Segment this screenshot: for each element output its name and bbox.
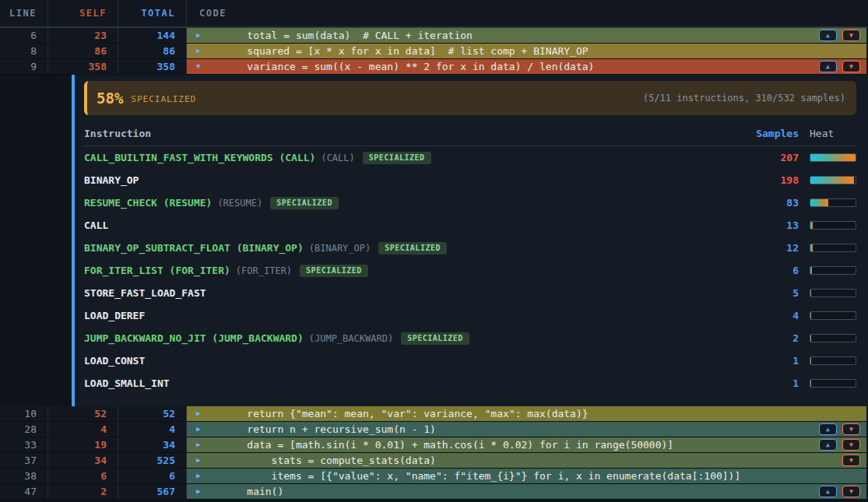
code-cell[interactable]: ▶ main()▲▼: [187, 484, 866, 499]
specialization-banner: 58% SPECIALIZED (5/11 instructions, 310/…: [84, 81, 856, 115]
self-samples: 6: [48, 469, 118, 483]
instruction-samples: 207: [713, 152, 799, 163]
collapse-expander-icon[interactable]: ▼: [196, 63, 200, 70]
code-rows-top: 623144▶ total = sum(data) # CALL + itera…: [0, 28, 868, 75]
instruction-heat-cell: [799, 356, 856, 365]
row-nav-buttons: ▲▼: [819, 439, 860, 451]
instruction-heat-cell: [799, 289, 856, 297]
instruction-row: LOAD_CONST1: [84, 349, 856, 372]
total-samples: 52: [118, 406, 187, 421]
code-cell[interactable]: ▶ items = [{"value": x, "name": f"item_{…: [187, 469, 866, 483]
instruction-row: FOR_ITER_LIST (FOR_ITER)(FOR_ITER)SPECIA…: [84, 259, 856, 282]
specialized-badge: SPECIALIZED: [363, 152, 431, 164]
expand-expander-icon[interactable]: ▶: [196, 457, 200, 464]
jump-down-button[interactable]: ▼: [842, 423, 860, 435]
code-cell[interactable]: ▶ return n + recursive_sum(n - 1)▲▼: [187, 422, 866, 437]
heat-bar-fill: [810, 244, 813, 251]
instruction-name-cell: FOR_ITER_LIST (FOR_ITER)(FOR_ITER)SPECIA…: [84, 265, 713, 277]
code-cell[interactable]: ▶ squared = [x * x for x in data] # list…: [187, 44, 866, 58]
code-rows-bottom: 105252▶ return {"mean": mean, "var": var…: [0, 406, 868, 500]
jump-up-button[interactable]: ▲: [819, 423, 837, 435]
instruction-name-cell: BINARY_OP: [84, 174, 713, 186]
instruction-name: JUMP_BACKWARD_NO_JIT (JUMP_BACKWARD): [84, 332, 304, 344]
jump-down-button[interactable]: ▼: [842, 486, 860, 497]
jump-down-button[interactable]: ▼: [842, 61, 860, 72]
expand-expander-icon[interactable]: ▶: [196, 47, 200, 54]
expand-expander-icon[interactable]: ▶: [196, 32, 200, 39]
instruction-samples: 6: [713, 265, 799, 276]
instruction-name-cell: CALL: [84, 219, 713, 231]
expand-expander-icon[interactable]: ▶: [196, 472, 200, 479]
code-cell[interactable]: ▶ data = [math.sin(i * 0.01) + math.cos(…: [187, 437, 866, 452]
heat-bar-track: [810, 379, 856, 388]
total-samples: 567: [118, 484, 187, 499]
expand-expander-icon[interactable]: ▶: [196, 488, 200, 495]
code-cell[interactable]: ▶ total = sum(data) # CALL + iteration▲▼: [187, 28, 866, 43]
heat-bar-fill: [810, 335, 811, 342]
jump-down-button[interactable]: ▼: [842, 455, 860, 466]
instruction-row: CALL13: [84, 214, 856, 237]
jump-up-button[interactable]: ▲: [819, 61, 837, 72]
column-header-self: SELF: [48, 0, 118, 26]
total-samples: 6: [118, 469, 187, 483]
row-nav-buttons: ▼: [842, 455, 860, 466]
self-samples: 52: [48, 406, 118, 421]
instruction-row: STORE_FAST_LOAD_FAST5: [84, 282, 856, 304]
instruction-heat-cell: [799, 153, 856, 162]
total-samples: 358: [118, 59, 187, 74]
code-line-row: 472567▶ main()▲▼: [0, 484, 868, 500]
column-header-line: LINE: [0, 0, 48, 26]
code-text: main(): [187, 486, 283, 497]
instruction-samples: 1: [713, 377, 799, 389]
instruction-base-name: (BINARY_OP): [309, 243, 371, 254]
code-cell[interactable]: ▶ stats = compute_stats(data)▼: [187, 453, 866, 468]
code-cell[interactable]: ▼ variance = sum((x - mean) ** 2 for x i…: [187, 59, 866, 74]
self-samples: 23: [48, 28, 118, 43]
total-samples: 86: [118, 44, 187, 58]
code-text: squared = [x * x for x in data] # list c…: [187, 45, 589, 57]
self-samples: 358: [48, 59, 118, 74]
heat-bar-track: [810, 266, 856, 275]
instruction-name: STORE_FAST_LOAD_FAST: [84, 287, 206, 299]
code-line-row: 2844▶ return n + recursive_sum(n - 1)▲▼: [0, 422, 868, 437]
instruction-name-cell: LOAD_SMALL_INT: [84, 377, 713, 389]
jump-up-button[interactable]: ▲: [819, 439, 837, 451]
instruction-base-name: (JUMP_BACKWARD): [309, 333, 393, 344]
samples-column-header: Samples: [713, 128, 799, 139]
instruction-samples: 5: [713, 287, 799, 299]
code-text: stats = compute_stats(data): [187, 455, 436, 466]
instruction-name: RESUME_CHECK (RESUME): [84, 197, 212, 209]
instruction-heat-cell: [799, 266, 856, 275]
profiler-app: LINE SELF TOTAL CODE 623144▶ total = sum…: [0, 0, 868, 502]
expand-expander-icon[interactable]: ▶: [196, 410, 200, 417]
instruction-samples: 4: [713, 310, 799, 321]
code-cell[interactable]: ▶ return {"mean": mean, "var": variance,…: [187, 406, 866, 421]
heat-bar-fill: [810, 154, 856, 161]
jump-up-button[interactable]: ▲: [819, 30, 837, 41]
line-number: 8: [0, 44, 48, 58]
instruction-base-name: (FOR_ITER): [236, 265, 292, 276]
expand-expander-icon[interactable]: ▶: [196, 426, 200, 433]
total-samples: 34: [118, 437, 187, 452]
instruction-samples: 1: [713, 355, 799, 367]
instruction-name-cell: CALL_BUILTIN_FAST_WITH_KEYWORDS (CALL)(C…: [84, 152, 713, 164]
instruction-name: BINARY_OP: [84, 174, 139, 186]
jump-up-button[interactable]: ▲: [819, 486, 837, 497]
instruction-row: JUMP_BACKWARD_NO_JIT (JUMP_BACKWARD)(JUM…: [84, 327, 856, 349]
heat-bar-track: [810, 244, 856, 252]
instruction-heat-cell: [799, 176, 856, 184]
jump-down-button[interactable]: ▼: [842, 439, 860, 451]
code-line-row: 105252▶ return {"mean": mean, "var": var…: [0, 406, 868, 422]
specialized-badge: SPECIALIZED: [401, 332, 469, 345]
heat-bar-track: [810, 221, 856, 230]
instruction-name: LOAD_DEREF: [84, 310, 145, 321]
jump-down-button[interactable]: ▼: [842, 30, 860, 41]
code-text: variance = sum((x - mean) ** 2 for x in …: [187, 61, 594, 72]
instruction-base-name: (CALL): [321, 153, 354, 163]
instruction-row: LOAD_SMALL_INT1: [84, 372, 856, 395]
line-number: 33: [0, 437, 48, 452]
expand-expander-icon[interactable]: ▶: [196, 441, 200, 448]
heat-bar-fill: [810, 267, 812, 274]
code-line-row: 3866▶ items = [{"value": x, "name": f"it…: [0, 469, 868, 484]
specialized-percent: 58%: [97, 90, 123, 107]
